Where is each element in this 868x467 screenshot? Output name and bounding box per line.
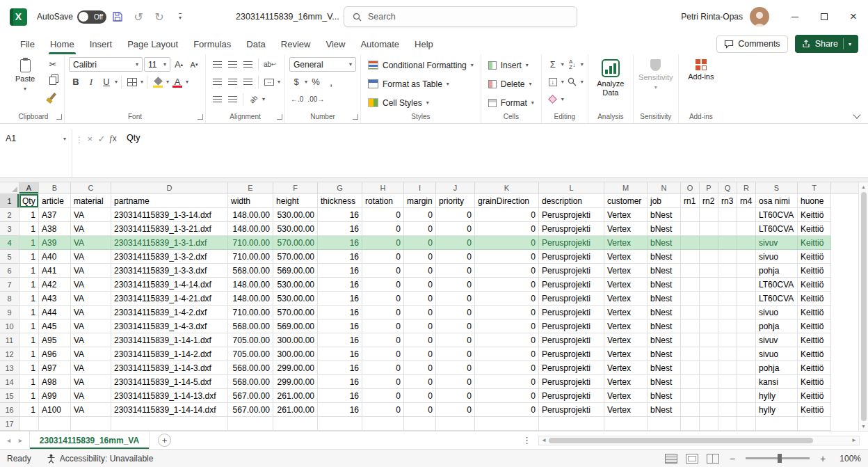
cell[interactable]: VA (71, 389, 111, 403)
cell[interactable] (273, 417, 318, 431)
cell[interactable]: VA (71, 306, 111, 319)
cell[interactable]: Vertex (604, 222, 648, 236)
cell[interactable]: 16 (318, 222, 362, 236)
cell[interactable]: A97 (39, 361, 71, 375)
cell[interactable]: 261.00.00 (273, 389, 318, 403)
align-bottom-button[interactable] (241, 57, 255, 72)
cell[interactable]: bNest (648, 236, 681, 250)
font-name-select[interactable]: Calibri▾ (69, 57, 143, 72)
cell[interactable] (718, 361, 737, 375)
cell[interactable] (718, 208, 737, 222)
menu-tab-formulas[interactable]: Formulas (186, 33, 239, 54)
cell[interactable]: bNest (648, 319, 681, 333)
comments-button[interactable]: Comments (716, 35, 787, 53)
formula-input[interactable]: Qty (121, 129, 868, 177)
cell[interactable]: 570.00.00 (273, 306, 318, 319)
cell[interactable]: 0 (404, 222, 436, 236)
cell[interactable]: 230314115839_1-14-3.dxf (111, 361, 228, 375)
column-header-N[interactable]: N (648, 182, 681, 194)
cell[interactable]: 230314115839_1-4-14.dxf (111, 278, 228, 292)
cell[interactable]: 0 (436, 292, 475, 306)
menu-tab-insert[interactable]: Insert (82, 33, 120, 54)
cell[interactable]: 16 (318, 264, 362, 278)
enter-button[interactable]: ✓ (97, 132, 107, 145)
bold-button[interactable]: B (69, 74, 83, 89)
column-header-B[interactable]: B (39, 182, 71, 194)
name-box-dropdown-icon[interactable]: ▾ (63, 136, 66, 142)
cell[interactable]: A43 (39, 292, 71, 306)
cell[interactable]: 230314115839_1-3-3.dxf (111, 264, 228, 278)
cell[interactable]: 1 (19, 278, 39, 292)
cell[interactable]: pohja (756, 361, 798, 375)
cell[interactable]: Vertex (604, 306, 648, 319)
normal-view-button[interactable] (665, 454, 677, 464)
cell[interactable]: Perusprojekti (539, 403, 604, 417)
excel-logo-icon[interactable]: X (10, 8, 27, 26)
autosum-button[interactable]: Σ (546, 57, 560, 72)
cell[interactable] (737, 250, 756, 264)
cell[interactable] (681, 236, 700, 250)
fill-color-dropdown-icon[interactable]: ▾ (166, 79, 169, 85)
cell[interactable]: Perusprojekti (539, 264, 604, 278)
cell[interactable] (71, 417, 111, 431)
cell[interactable] (681, 319, 700, 333)
align-middle-button[interactable] (225, 57, 239, 72)
cell[interactable]: Keittiö (798, 306, 831, 319)
cell[interactable]: Perusprojekti (539, 236, 604, 250)
cell[interactable]: 16 (318, 375, 362, 389)
cell[interactable]: 0 (362, 292, 404, 306)
share-dropdown-icon[interactable]: ▾ (849, 41, 851, 47)
cell[interactable]: bNest (648, 347, 681, 361)
cell[interactable] (681, 417, 700, 431)
row-header-10[interactable]: 10 (0, 319, 19, 333)
cell[interactable]: 0 (436, 333, 475, 347)
cell[interactable]: VA (71, 208, 111, 222)
cell[interactable] (718, 403, 737, 417)
cell[interactable]: 0 (362, 361, 404, 375)
cell[interactable]: 0 (362, 333, 404, 347)
cell[interactable]: Keittiö (798, 208, 831, 222)
cell[interactable]: 0 (475, 389, 539, 403)
cell[interactable] (737, 333, 756, 347)
cell[interactable]: 710.00.00 (228, 250, 273, 264)
cell[interactable]: VA (71, 250, 111, 264)
cell[interactable]: Vertex (604, 375, 648, 389)
scroll-right-icon[interactable]: ► (851, 437, 857, 443)
cell[interactable]: 148.00.00 (228, 208, 273, 222)
cell[interactable]: rotation (362, 194, 404, 208)
cell[interactable]: Vertex (604, 403, 648, 417)
cell[interactable]: Vertex (604, 278, 648, 292)
cell[interactable] (737, 292, 756, 306)
copy-button[interactable] (46, 73, 60, 88)
zoom-slider[interactable] (746, 457, 810, 459)
zoom-out-button[interactable]: − (728, 453, 737, 464)
horizontal-scrollbar[interactable]: ◄ ► (538, 436, 860, 445)
cell[interactable] (111, 417, 228, 431)
cell[interactable]: hylly (756, 403, 798, 417)
cell[interactable]: grainDirection (475, 194, 539, 208)
cell[interactable]: Perusprojekti (539, 292, 604, 306)
row-header-2[interactable]: 2 (0, 208, 19, 222)
cell[interactable] (648, 417, 681, 431)
cell[interactable] (39, 417, 71, 431)
cell[interactable]: job (648, 194, 681, 208)
zoom-slider-thumb[interactable] (778, 454, 782, 463)
cell[interactable]: 230314115839_1-3-14.dxf (111, 208, 228, 222)
cell[interactable] (718, 236, 737, 250)
cell[interactable]: Keittiö (798, 361, 831, 375)
fill-dropdown-icon[interactable]: ▾ (561, 79, 564, 85)
merge-center-button[interactable]: ↔ (262, 74, 276, 89)
cell[interactable]: 230314115839_1-14-5.dxf (111, 375, 228, 389)
cell[interactable] (737, 361, 756, 375)
cell[interactable]: 1 (19, 292, 39, 306)
vertical-scrollbar[interactable]: ▲ ▼ (858, 182, 868, 431)
cell[interactable]: 0 (404, 375, 436, 389)
cell[interactable] (737, 375, 756, 389)
cell[interactable]: 0 (436, 347, 475, 361)
row-header-16[interactable]: 16 (0, 403, 19, 417)
share-button[interactable]: Share ▾ (795, 35, 858, 53)
menu-tab-file[interactable]: File (13, 33, 42, 54)
cell[interactable] (700, 250, 718, 264)
cell[interactable]: 570.00.00 (273, 250, 318, 264)
cell[interactable]: 1 (19, 319, 39, 333)
